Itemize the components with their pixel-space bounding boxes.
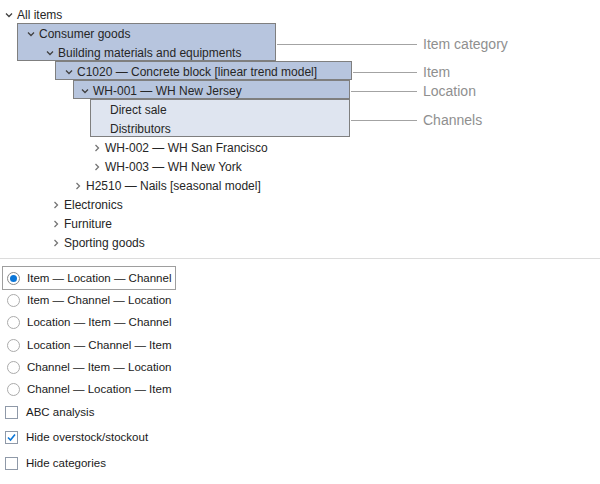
tree-row-label: Building materials and equipments [58,46,241,60]
radio-option[interactable]: Location — Item — Channel [7,314,171,330]
chevron-right-icon[interactable] [92,143,102,153]
checkbox-option[interactable]: ABC analysis [5,404,94,420]
chevron-down-icon[interactable] [80,86,90,96]
annotation-item-category: Item category [423,36,508,53]
tree-row[interactable]: Furniture [51,214,112,233]
chevron-right-icon[interactable] [51,238,61,248]
chevron-right-icon[interactable] [92,162,102,172]
chevron-down-icon[interactable] [26,29,36,39]
callout-line-channels [351,120,417,121]
chevron-right-icon[interactable] [73,181,83,191]
radio-unselected-icon[interactable] [7,383,20,396]
tree-row[interactable]: WH-002 — WH San Francisco [92,138,268,157]
tree-row-label: All items [17,8,62,22]
checkbox-unchecked-icon[interactable] [5,457,18,470]
section-divider [0,258,600,259]
radio-option-label: Channel — Item — Location [27,361,171,373]
radio-selected-icon[interactable] [7,272,20,285]
tree-row[interactable]: Sporting goods [51,233,145,252]
tree-row[interactable]: All items [4,5,62,24]
radio-option[interactable]: Channel — Location — Item [7,381,171,397]
callout-line-item [353,72,417,73]
radio-option[interactable]: Item — Channel — Location [7,292,171,308]
chevron-down-icon[interactable] [45,48,55,58]
tree-row[interactable]: Electronics [51,195,123,214]
radio-unselected-icon[interactable] [7,339,20,352]
annotation-item: Item [423,64,450,81]
chevron-right-icon[interactable] [51,219,61,229]
tree-row-label: WH-002 — WH San Francisco [105,141,268,155]
checkbox-option[interactable]: Hide overstock/stockout [5,429,148,445]
radio-unselected-icon[interactable] [7,361,20,374]
tree-row[interactable]: Consumer goods [26,24,130,43]
tree-row[interactable]: WH-003 — WH New York [92,157,242,176]
radio-option-label: Location — Item — Channel [27,316,171,328]
radio-option-label: Item — Location — Channel [27,272,171,284]
tree-row[interactable]: H2510 — Nails [seasonal model] [73,176,261,195]
radio-option[interactable]: Location — Channel — Item [7,337,171,353]
checkbox-option-label: Hide categories [26,457,106,469]
annotation-location: Location [423,83,476,100]
tree-row-label: Consumer goods [39,27,130,41]
tree-row-label: Distributors [110,122,171,136]
tree-row[interactable]: Building materials and equipments [45,43,241,62]
radio-option-label: Item — Channel — Location [27,294,171,306]
checkbox-option-label: ABC analysis [26,406,94,418]
callout-line-item-category [277,44,417,45]
radio-option[interactable]: Channel — Item — Location [7,359,171,375]
tree-row[interactable]: WH-001 — WH New Jersey [80,81,242,100]
annotation-channels: Channels [423,112,482,129]
radio-unselected-icon[interactable] [7,294,20,307]
radio-option-label: Location — Channel — Item [27,339,171,351]
tree-row-label: Direct sale [110,103,167,117]
chevron-down-icon[interactable] [64,67,74,77]
tree-row-label: WH-003 — WH New York [105,160,242,174]
tree-row-label: Sporting goods [64,236,145,250]
checkbox-unchecked-icon[interactable] [5,406,18,419]
checkbox-checked-icon[interactable] [5,431,18,444]
callout-line-location [351,91,417,92]
radio-unselected-icon[interactable] [7,316,20,329]
tree-row-label: Furniture [64,217,112,231]
radio-option[interactable]: Item — Location — Channel [7,270,171,286]
tree-row-label: H2510 — Nails [seasonal model] [86,179,261,193]
tree-row-label: Electronics [64,198,123,212]
tree-row-label: C1020 — Concrete block [linear trend mod… [77,65,317,79]
tree-row[interactable]: Direct sale [110,100,167,119]
tree-row-label: WH-001 — WH New Jersey [93,84,242,98]
chevron-right-icon[interactable] [51,200,61,210]
checkbox-option-label: Hide overstock/stockout [26,431,148,443]
tree-panel: Item category Item Location Channels All… [0,0,600,484]
radio-option-label: Channel — Location — Item [27,383,171,395]
checkbox-option[interactable]: Hide categories [5,455,106,471]
tree-row[interactable]: Distributors [110,119,171,138]
tree-row[interactable]: C1020 — Concrete block [linear trend mod… [64,62,317,81]
chevron-down-icon[interactable] [4,10,14,20]
